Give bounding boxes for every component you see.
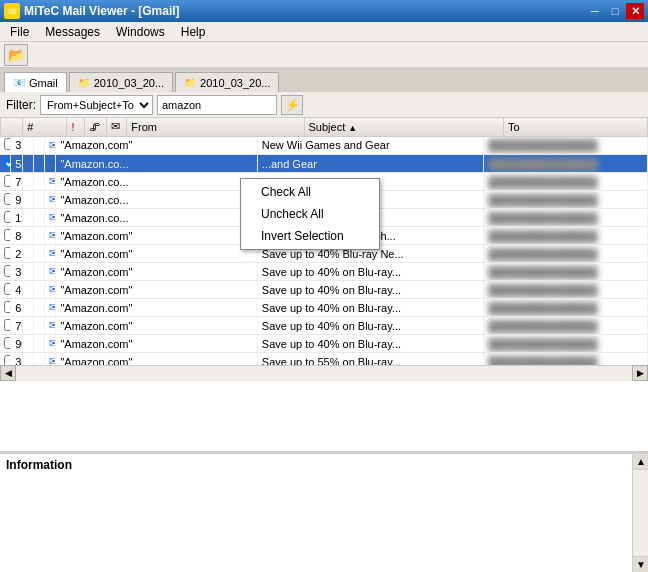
row-checkbox[interactable] [0,155,11,173]
row-attach [33,155,44,173]
row-read-icon: ✉ [45,155,56,173]
row-from: "Amazon.co... [56,173,257,191]
row-flag [22,137,33,155]
h-scroll-left[interactable]: ◀ [0,365,16,381]
maximize-button[interactable]: □ [606,3,624,19]
table-row[interactable]: 328 ✉ "Amazon.com" New Wii Games and Gea… [0,137,648,155]
row-attach [33,317,44,335]
row-checkbox[interactable] [0,137,11,155]
table-row[interactable]: 904 ✉ "Amazon.com" Save up to 40% on Blu… [0,335,648,353]
info-panel: Information ▲ ▼ [0,452,648,572]
row-flag [22,281,33,299]
menu-windows[interactable]: Windows [108,23,173,41]
col-header-flag[interactable]: ! [67,118,85,136]
row-num: 218 [11,245,22,263]
row-num: 760 [11,317,22,335]
row-read-icon: ✉ [45,245,56,263]
context-menu-check-all[interactable]: Check All [241,181,379,203]
row-checkbox[interactable] [0,317,11,335]
row-num: 732 [11,173,22,191]
row-checkbox[interactable] [0,299,11,317]
row-flag [22,191,33,209]
close-button[interactable]: ✕ [626,3,644,19]
row-to: ██████████████ [484,137,648,155]
row-flag [22,353,33,365]
row-checkbox[interactable] [0,191,11,209]
row-checkbox[interactable] [0,245,11,263]
row-checkbox[interactable] [0,353,11,365]
menu-messages[interactable]: Messages [37,23,108,41]
menu-file[interactable]: File [2,23,37,41]
row-read-icon: ✉ [45,263,56,281]
col-header-num[interactable]: # [23,118,67,136]
table-row[interactable]: 363 ✉ "Amazon.com" Save up to 40% on Blu… [0,263,648,281]
tab-gmail[interactable]: 📧 Gmail [4,72,67,92]
info-scroll-up[interactable]: ▲ [633,454,648,470]
row-to: ██████████████ [484,353,648,365]
col-header-from[interactable]: From [127,118,304,136]
row-from: "Amazon.co... [56,209,257,227]
row-subject: New Wii Games and Gear [257,137,484,155]
tab-gmail-icon: 📧 [13,77,25,88]
table-row[interactable]: 36 ✉ "Amazon.com" Save up to 55% on Blu-… [0,353,648,365]
row-from: "Amazon.com" [56,317,257,335]
row-checkbox[interactable] [0,263,11,281]
window-controls: ─ □ ✕ [586,3,644,19]
title-bar: ✉ MiTeC Mail Viewer - [Gmail] ─ □ ✕ [0,0,648,22]
row-attach [33,227,44,245]
h-scrollbar[interactable]: ◀ ▶ [0,365,648,381]
row-checkbox[interactable] [0,281,11,299]
row-num: 363 [11,263,22,281]
row-to: ██████████████ [484,191,648,209]
info-scroll-down[interactable]: ▼ [633,556,648,572]
row-num: 637 [11,299,22,317]
filter-search-input[interactable] [157,95,277,115]
row-checkbox[interactable] [0,227,11,245]
tab-folder-1[interactable]: 📁 2010_03_20... [69,72,173,92]
row-num: 904 [11,335,22,353]
table-row[interactable]: 494 ✉ "Amazon.com" Save up to 40% on Blu… [0,281,648,299]
col-header-check[interactable] [1,118,23,136]
table-row[interactable]: 760 ✉ "Amazon.com" Save up to 40% on Blu… [0,317,648,335]
table-row[interactable]: 637 ✉ "Amazon.com" Save up to 40% on Blu… [0,299,648,317]
row-from: "Amazon.co... [56,155,257,173]
minimize-button[interactable]: ─ [586,3,604,19]
col-header-to[interactable]: To [503,118,647,136]
row-from: "Amazon.com" [56,281,257,299]
email-list-scroll[interactable]: 328 ✉ "Amazon.com" New Wii Games and Gea… [0,137,648,365]
row-attach [33,209,44,227]
col-header-read[interactable]: ✉ [107,118,127,136]
row-num: 494 [11,281,22,299]
h-scroll-track[interactable] [16,366,632,381]
row-subject: Save up to 40% on Blu-ray... [257,263,484,281]
row-flag [22,173,33,191]
row-subject: Save up to 40% on Blu-ray... [257,335,484,353]
context-menu-invert[interactable]: Invert Selection [241,225,379,247]
toolbar-open-button[interactable]: 📂 [4,44,28,66]
tab-folder1-label: 2010_03_20... [94,77,164,89]
tab-folder2-label: 2010_03_20... [200,77,270,89]
filter-type-select[interactable]: From+Subject+To From Subject To Body [40,95,153,115]
tab-folder-2[interactable]: 📁 2010_03_20... [175,72,279,92]
row-checkbox[interactable] [0,173,11,191]
info-scrollbar[interactable]: ▲ ▼ [632,454,648,572]
col-header-attach[interactable]: 🖇 [85,118,107,136]
menu-help[interactable]: Help [173,23,214,41]
row-checkbox[interactable] [0,209,11,227]
row-attach [33,335,44,353]
filter-apply-button[interactable]: ⚡ [281,95,303,115]
row-checkbox[interactable] [0,335,11,353]
row-from: "Amazon.com" [56,335,257,353]
col-header-subject[interactable]: Subject ▲ [304,118,503,136]
row-read-icon: ✉ [45,281,56,299]
row-from: "Amazon.com" [56,245,257,263]
table-row[interactable]: 53 ✉ "Amazon.co... ...and Gear █████████… [0,155,648,173]
row-num: 328 [11,137,22,155]
toolbar: 📂 [0,42,648,68]
row-attach [33,353,44,365]
filter-bar: Filter: From+Subject+To From Subject To … [0,92,648,118]
row-from: "Amazon.com" [56,263,257,281]
row-flag [22,227,33,245]
context-menu-uncheck-all[interactable]: Uncheck All [241,203,379,225]
h-scroll-right[interactable]: ▶ [632,365,648,381]
